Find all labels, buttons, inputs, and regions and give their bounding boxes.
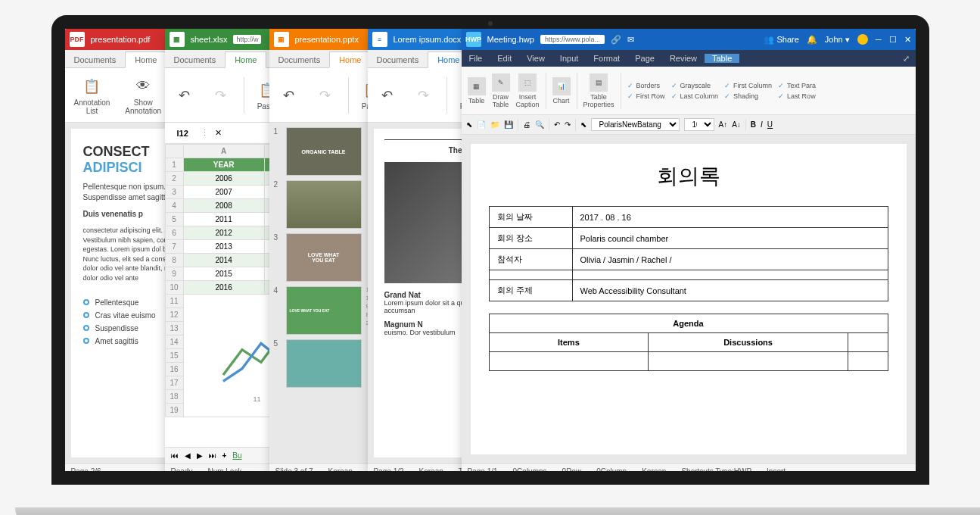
- undo-button[interactable]: ↶: [275, 83, 303, 108]
- docx-filename: Lorem ipsum.docx: [394, 35, 462, 44]
- warning-icon[interactable]: [857, 34, 868, 45]
- bullet-icon: [83, 299, 89, 305]
- italic-button[interactable]: I: [761, 120, 763, 129]
- show-annotation-button[interactable]: 👁Show Annotation: [122, 74, 164, 117]
- tab-documents[interactable]: Documents: [269, 52, 330, 67]
- font-size-select[interactable]: 10: [684, 118, 714, 131]
- hwp-filename: Meeting.hwp: [487, 35, 534, 44]
- pencil-icon: ✎: [492, 73, 510, 92]
- menu-review[interactable]: Review: [662, 54, 705, 63]
- tab-home[interactable]: Home: [329, 52, 371, 68]
- font-grow-icon[interactable]: A↑: [719, 120, 728, 129]
- prev-sheet-button[interactable]: ◀: [185, 451, 191, 460]
- properties-icon: ▤: [590, 73, 608, 92]
- insert-caption-button[interactable]: ⬚Insert Caption: [516, 73, 540, 108]
- close-icon[interactable]: ✕: [215, 128, 222, 138]
- undo-button[interactable]: ↶: [171, 83, 198, 108]
- camera-dot: [488, 21, 493, 26]
- menu-input[interactable]: Input: [552, 54, 586, 63]
- link-icon[interactable]: 🔗: [611, 35, 621, 45]
- tab-home[interactable]: Home: [225, 52, 266, 68]
- menu-expand-icon[interactable]: ⤢: [897, 54, 916, 64]
- annotation-list-button[interactable]: 📋Annotation List: [71, 74, 114, 117]
- redo-icon: ↷: [413, 85, 434, 106]
- redo-button[interactable]: ↷: [312, 83, 339, 108]
- hwp-status: Page 1/10Columns0Row0ColumnKoreanShortcu…: [462, 464, 916, 479]
- hwp-icon: HWP: [466, 32, 481, 47]
- last-sheet-button[interactable]: ⏭: [209, 451, 216, 460]
- undo-icon: ↶: [377, 85, 398, 106]
- bullet-icon: [83, 338, 89, 344]
- sheet-tab[interactable]: Bu: [232, 451, 241, 460]
- hwp-titlebar[interactable]: HWP Meeting.hwp https://www.pola... 🔗 ✉ …: [462, 29, 916, 50]
- save-icon[interactable]: 💾: [504, 120, 513, 129]
- menu-view[interactable]: View: [519, 54, 552, 63]
- user-menu[interactable]: John ▾: [825, 35, 850, 45]
- url-box[interactable]: http://w: [233, 35, 261, 44]
- font-shrink-icon[interactable]: A↓: [732, 120, 741, 129]
- hwp-page[interactable]: 회의록 회의 날짜2017 . 08 . 16 회의 장소Polaris cou…: [471, 144, 907, 454]
- new-icon[interactable]: 📄: [477, 120, 486, 129]
- redo-button[interactable]: ↷: [410, 83, 437, 108]
- xlsx-icon: ▦: [170, 32, 185, 47]
- docx-icon: ≡: [372, 32, 387, 47]
- maximize-button[interactable]: ☐: [889, 35, 897, 45]
- hwp-menu-bar: File Edit View Input Format Page Review …: [462, 50, 916, 67]
- font-select[interactable]: PolarisNewBatang: [591, 118, 680, 131]
- redo-icon: ↷: [210, 85, 232, 106]
- check-shading[interactable]: Shading: [724, 92, 772, 100]
- first-sheet-button[interactable]: ⏮: [171, 451, 179, 460]
- print-icon[interactable]: 🖨: [523, 120, 530, 129]
- check-last-column[interactable]: Last Column: [671, 92, 719, 100]
- bold-button[interactable]: B: [751, 120, 756, 129]
- redo-button[interactable]: ↷: [207, 83, 235, 108]
- table-properties-button[interactable]: ▤Table Properties: [583, 73, 614, 108]
- share-button[interactable]: 👥 Share: [764, 35, 798, 45]
- meeting-table[interactable]: 회의 날짜2017 . 08 . 16 회의 장소Polaris council…: [489, 206, 888, 301]
- check-grayscale[interactable]: Grayscale: [671, 82, 719, 89]
- undo-button[interactable]: ↶: [374, 83, 401, 108]
- cursor-icon[interactable]: ⬉: [466, 120, 472, 129]
- menu-table[interactable]: Table: [705, 54, 739, 63]
- agenda-table[interactable]: Agenda ItemsDiscussions: [489, 314, 888, 371]
- underline-button[interactable]: U: [767, 120, 773, 129]
- tab-documents[interactable]: Documents: [65, 52, 126, 67]
- bell-icon[interactable]: 🔔: [807, 35, 817, 45]
- table-icon: ▦: [468, 77, 486, 95]
- doc-title: 회의록: [489, 162, 888, 191]
- tab-documents[interactable]: Documents: [368, 52, 428, 67]
- undo-icon: ↶: [278, 85, 300, 106]
- caption-icon: ⬚: [518, 73, 537, 92]
- menu-page[interactable]: Page: [627, 54, 662, 63]
- pointer-icon[interactable]: ⬉: [580, 120, 586, 129]
- tab-home[interactable]: Home: [125, 52, 166, 68]
- hwp-window: HWP Meeting.hwp https://www.pola... 🔗 ✉ …: [462, 29, 916, 479]
- open-icon[interactable]: 📁: [490, 120, 499, 129]
- window-controls: ─ ☐ ✕: [876, 35, 911, 45]
- undo-icon[interactable]: ↶: [554, 120, 560, 129]
- chart-button[interactable]: 📊Chart: [552, 77, 571, 105]
- pdf-icon: PDF: [70, 32, 85, 47]
- add-sheet-button[interactable]: +: [222, 451, 227, 460]
- menu-edit[interactable]: Edit: [490, 54, 519, 63]
- draw-table-button[interactable]: ✎Draw Table: [492, 73, 510, 108]
- mail-icon[interactable]: ✉: [627, 35, 634, 45]
- minimize-button[interactable]: ─: [876, 35, 882, 44]
- close-button[interactable]: ✕: [904, 35, 911, 45]
- menu-file[interactable]: File: [462, 54, 490, 63]
- next-sheet-button[interactable]: ▶: [197, 451, 203, 460]
- check-first-row[interactable]: First Row: [627, 92, 665, 100]
- check-text-para[interactable]: Text Para: [778, 82, 816, 89]
- redo-icon[interactable]: ↷: [565, 120, 571, 129]
- check-last-row[interactable]: Last Row: [778, 92, 816, 100]
- preview-icon[interactable]: 🔍: [535, 120, 544, 129]
- hwp-toolbar: ⬉ 📄 📁 💾 🖨 🔍 ↶ ↷ ⬉ PolarisNewBatang 10 A↑…: [462, 115, 916, 135]
- table-button[interactable]: ▦Table: [468, 77, 486, 105]
- cell-reference[interactable]: I12: [171, 129, 194, 138]
- undo-icon: ↶: [174, 85, 195, 106]
- check-borders[interactable]: Borders: [627, 82, 665, 89]
- tab-documents[interactable]: Documents: [165, 52, 226, 67]
- check-first-column[interactable]: First Column: [724, 82, 772, 89]
- menu-format[interactable]: Format: [586, 54, 627, 63]
- url-field[interactable]: https://www.pola...: [540, 35, 605, 44]
